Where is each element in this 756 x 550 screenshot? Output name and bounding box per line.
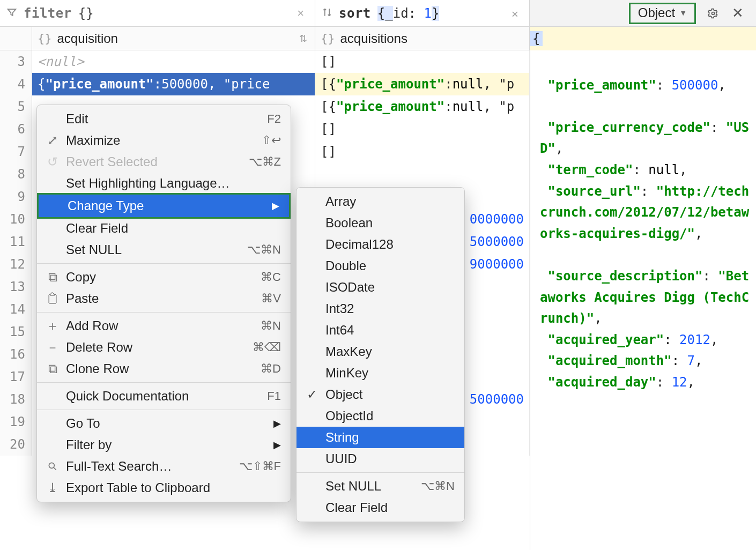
ctx-copy[interactable]: ⧉Copy⌘C <box>37 266 291 288</box>
type-objectid[interactable]: ObjectId <box>297 405 464 427</box>
ctx-clone-row[interactable]: ⧉Clone Row⌘D <box>37 358 291 380</box>
column-headers: {} acquisition ⇅ {} acquisitions { <box>0 27 756 50</box>
row-number: 4 <box>0 73 32 95</box>
cell-acquisitions[interactable]: [] <box>315 50 530 73</box>
gutter-header <box>0 27 32 50</box>
chevron-right-icon: ▶ <box>272 200 279 212</box>
sort-expression: {_id: 1} <box>377 6 440 21</box>
sort-toggle-icon[interactable]: ⇅ <box>299 33 307 44</box>
ctx-delete-row[interactable]: －Delete Row⌘⌫ <box>37 337 291 358</box>
type-maxkey[interactable]: MaxKey <box>297 341 464 362</box>
clear-filter-icon[interactable]: × <box>297 6 304 20</box>
gear-icon[interactable] <box>706 6 721 21</box>
close-panel-icon[interactable]: ✕ <box>730 6 745 21</box>
document-panel: "price_amount": 500000, "price_currency_… <box>530 50 756 550</box>
type-int32[interactable]: Int32 <box>297 298 464 319</box>
paste-icon: 📋︎ <box>47 291 58 306</box>
svg-point-0 <box>712 12 715 14</box>
cell-acquisitions[interactable] <box>315 163 530 185</box>
filter-value: {} <box>78 6 94 21</box>
type-decimal128[interactable]: Decimal128 <box>297 234 464 255</box>
cell-acquisitions[interactable]: [{"price_amount": null, "p <box>315 73 530 95</box>
type-minkey[interactable]: MinKey <box>297 362 464 384</box>
cell-acquisitions[interactable]: [{"price_amount": null, "p <box>315 95 530 118</box>
row-number: 13 <box>0 276 32 298</box>
row-number: 5 <box>0 95 32 118</box>
plus-icon: ＋ <box>47 317 58 335</box>
column-label: acquisitions <box>340 31 407 46</box>
ctx-maximize[interactable]: ⤢Maximize⇧↩ <box>37 130 291 151</box>
sort-icon <box>322 6 332 21</box>
sort-box[interactable]: sort {_id: 1} × <box>315 0 530 26</box>
row-number: 19 <box>0 411 32 433</box>
type-set-null[interactable]: Set NULL⌥⌘N <box>297 475 464 497</box>
ctx-full-text-search[interactable]: Full-Text Search…⌥⇧⌘F <box>37 456 291 477</box>
table-row[interactable]: 3<null>[] <box>0 50 530 73</box>
separator <box>37 312 291 313</box>
change-type-submenu[interactable]: Array Boolean Decimal128 Double ISODate … <box>296 187 465 522</box>
row-number: 18 <box>0 388 32 411</box>
type-uuid[interactable]: UUID <box>297 448 464 470</box>
type-int64[interactable]: Int64 <box>297 319 464 341</box>
revert-icon: ↺ <box>47 154 58 169</box>
row-number: 17 <box>0 366 32 388</box>
row-number: 14 <box>0 298 32 321</box>
column-header-acquisitions[interactable]: {} acquisitions <box>315 27 530 50</box>
row-number: 7 <box>0 140 32 163</box>
row-number: 20 <box>0 433 32 456</box>
type-array[interactable]: Array <box>297 191 464 212</box>
ctx-set-null[interactable]: Set NULL⌥⌘N <box>37 239 291 261</box>
row-number: 3 <box>0 50 32 73</box>
column-header-acquisition[interactable]: {} acquisition ⇅ <box>32 27 315 50</box>
type-selector[interactable]: Object ▼ <box>629 3 696 24</box>
ctx-filter-by[interactable]: Filter by▶ <box>37 434 291 456</box>
separator <box>297 472 464 473</box>
ctx-clear-field[interactable]: Clear Field <box>37 218 291 239</box>
row-number: 6 <box>0 118 32 140</box>
ctx-set-highlighting-language[interactable]: Set Highlighting Language… <box>37 173 291 194</box>
chevron-right-icon: ▶ <box>273 418 281 429</box>
filter-label: filter <box>24 6 72 21</box>
ctx-paste[interactable]: 📋︎Paste⌘V <box>37 288 291 309</box>
row-number: 11 <box>0 231 32 253</box>
cell-acquisition[interactable]: {"price_amount": 500000, "price <box>32 73 315 95</box>
search-icon <box>47 461 58 472</box>
ctx-change-type[interactable]: Change Type▶ <box>37 193 291 219</box>
type-string[interactable]: String <box>297 427 464 448</box>
braces-icon: {} <box>321 32 335 45</box>
type-double[interactable]: Double <box>297 255 464 277</box>
maximize-icon: ⤢ <box>47 133 58 148</box>
clone-icon: ⧉ <box>47 361 58 376</box>
copy-icon: ⧉ <box>47 270 58 285</box>
type-boolean[interactable]: Boolean <box>297 212 464 234</box>
ctx-go-to[interactable]: Go To▶ <box>37 413 291 434</box>
chevron-down-icon: ▼ <box>679 9 687 17</box>
ctx-quick-documentation[interactable]: Quick DocumentationF1 <box>37 385 291 407</box>
row-number: 8 <box>0 163 32 185</box>
row-number: 12 <box>0 253 32 276</box>
braces-icon: {} <box>38 32 52 45</box>
doc-open-brace: { <box>530 27 756 50</box>
cell-acquisition[interactable]: <null> <box>32 50 315 73</box>
filter-icon <box>6 6 17 21</box>
filter-box[interactable]: filter {} × <box>0 0 315 26</box>
cell-acquisitions[interactable]: [] <box>315 118 530 140</box>
row-number: 10 <box>0 208 32 231</box>
row-number: 9 <box>0 185 32 208</box>
type-isodate[interactable]: ISODate <box>297 277 464 298</box>
context-menu[interactable]: EditF2 ⤢Maximize⇧↩ ↺Revert Selected⌥⌘Z S… <box>36 105 291 502</box>
separator <box>37 263 291 264</box>
type-selector-label: Object <box>638 5 675 20</box>
clear-sort-icon[interactable]: × <box>512 6 518 20</box>
type-object[interactable]: ✓Object <box>297 384 464 405</box>
cell-acquisitions[interactable]: [] <box>315 140 530 163</box>
ctx-add-row[interactable]: ＋Add Row⌘N <box>37 315 291 337</box>
row-number: 16 <box>0 343 32 366</box>
minus-icon: － <box>47 339 58 356</box>
export-icon: ⤓ <box>47 480 58 495</box>
ctx-edit[interactable]: EditF2 <box>37 108 291 130</box>
ctx-export-table[interactable]: ⤓Export Table to Clipboard <box>37 477 291 499</box>
table-row[interactable]: 4{"price_amount": 500000, "price[{"price… <box>0 73 530 95</box>
type-clear-field[interactable]: Clear Field <box>297 497 464 518</box>
chevron-right-icon: ▶ <box>273 439 281 451</box>
